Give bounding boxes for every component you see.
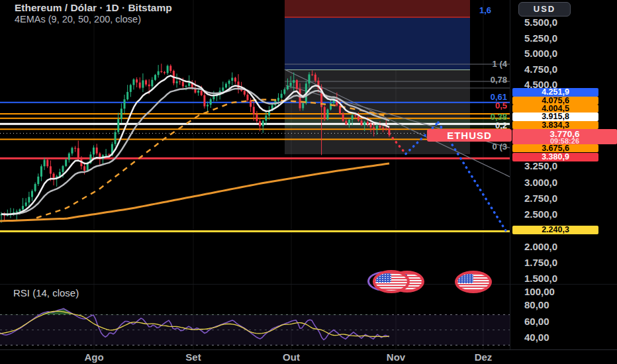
current-price-badge: 3.770,6 09:58:26 — [512, 129, 617, 144]
fib-extension-label: 1,6 — [479, 5, 508, 15]
rsi-axis-label: 60,00 — [524, 316, 549, 328]
price-axis-label: 5.000,0 — [524, 48, 557, 60]
rsi-axis-label: 100,00 — [524, 286, 555, 298]
rsi-indicator-title[interactable]: RSI (14, close) — [13, 287, 79, 298]
price-axis-label: 1.500,0 — [524, 273, 557, 285]
flag-canton — [458, 274, 473, 283]
price-level-badge: 3.675,6 — [512, 144, 598, 152]
price-axis-label: 1.750,0 — [524, 257, 557, 269]
teal-edge — [285, 69, 470, 70]
price-level-badge: 3.380,9 — [512, 153, 598, 161]
rsi-axis-label: 40,00 — [524, 332, 549, 343]
price-axis-label: 2.750,0 — [524, 193, 557, 205]
price-axis-label: 2.000,0 — [524, 241, 557, 253]
time-axis-label: Nov — [387, 351, 405, 363]
price-axis-label: 2.500,0 — [524, 208, 557, 220]
time-axis-label: Set — [185, 351, 201, 363]
rsi-pane — [0, 308, 510, 345]
price-level-badge: 2.240,3 — [512, 226, 598, 234]
red-divider — [285, 17, 470, 18]
us-flag-event-icon[interactable] — [455, 271, 492, 293]
symbol-price-label: ETHUSD — [427, 129, 512, 142]
fib-level-label: 1 (4 — [461, 59, 507, 69]
rsi-axis-label: 80,00 — [524, 299, 549, 311]
maroon-band — [285, 0, 470, 17]
flag-canton — [376, 273, 391, 283]
price-axis-label: 5.250,0 — [524, 32, 557, 44]
ema-200-line — [0, 163, 389, 221]
fib-level-label: 0 (3 — [461, 142, 507, 152]
fib-level-label: 0,5 — [461, 101, 507, 111]
price-axis-label: 3.250,0 — [524, 160, 557, 172]
fib-level-label: 0,78 — [461, 75, 507, 85]
time-axis-label: Out — [283, 351, 300, 363]
indicator-title[interactable]: 4EMAs (9, 20, 50, 200, close) — [15, 14, 141, 24]
time-axis-label: Ago — [84, 351, 103, 363]
price-level-badge: 3.834,3 — [512, 121, 598, 129]
currency-toggle-button[interactable]: USD — [518, 2, 571, 17]
symbol-title[interactable]: Ethereum / Dólar · 1D · Bitstamp — [15, 2, 172, 14]
tradingview-chart-app: Ethereum / Dólar · 1D · Bitstamp 4EMAs (… — [0, 0, 617, 364]
time-axis-label: Dez — [475, 351, 493, 363]
price-axis-label: 5.500,0 — [524, 17, 557, 28]
navy-box — [285, 18, 470, 69]
us-flag-event-icon[interactable] — [373, 270, 410, 293]
main-pane — [0, 0, 511, 232]
price-axis-label: 4.750,0 — [524, 64, 557, 75]
price-axis-label: 3.000,0 — [524, 177, 557, 189]
